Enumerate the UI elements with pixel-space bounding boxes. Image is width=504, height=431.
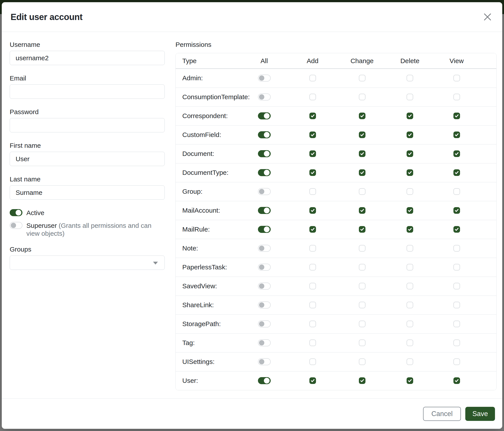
permission-toggle-all[interactable] bbox=[258, 320, 271, 327]
close-button[interactable] bbox=[482, 11, 494, 23]
permission-checkbox-add[interactable] bbox=[309, 75, 316, 81]
permission-toggle-all[interactable] bbox=[258, 112, 271, 119]
permission-checkbox-delete[interactable] bbox=[407, 150, 413, 157]
permission-checkbox-change[interactable] bbox=[359, 113, 365, 119]
permission-checkbox-delete[interactable] bbox=[407, 207, 413, 214]
permission-checkbox-add[interactable] bbox=[309, 226, 316, 233]
active-toggle[interactable] bbox=[10, 209, 22, 216]
permission-checkbox-add[interactable] bbox=[309, 321, 316, 327]
permission-checkbox-add[interactable] bbox=[309, 169, 316, 176]
permission-checkbox-add[interactable] bbox=[309, 245, 316, 251]
permission-checkbox-add[interactable] bbox=[309, 283, 316, 289]
permission-checkbox-add[interactable] bbox=[309, 340, 316, 346]
permission-checkbox-add[interactable] bbox=[309, 207, 316, 214]
permission-checkbox-view[interactable] bbox=[453, 113, 460, 119]
permission-checkbox-view[interactable] bbox=[453, 302, 460, 308]
permission-checkbox-view[interactable] bbox=[453, 169, 460, 176]
password-field-group: Password bbox=[10, 108, 165, 132]
last-name-input[interactable] bbox=[10, 185, 165, 200]
first-name-input[interactable] bbox=[10, 152, 165, 166]
permission-checkbox-view[interactable] bbox=[453, 264, 460, 270]
permission-checkbox-change[interactable] bbox=[359, 245, 365, 251]
permission-checkbox-change[interactable] bbox=[359, 226, 365, 233]
permission-checkbox-view[interactable] bbox=[453, 75, 460, 81]
permission-checkbox-delete[interactable] bbox=[407, 188, 413, 195]
permission-checkbox-change[interactable] bbox=[359, 94, 365, 100]
save-button[interactable]: Save bbox=[465, 407, 495, 421]
permission-toggle-all[interactable] bbox=[258, 264, 271, 271]
email-input[interactable] bbox=[10, 84, 165, 99]
groups-select[interactable] bbox=[10, 256, 165, 270]
permission-checkbox-view[interactable] bbox=[453, 94, 460, 100]
permission-checkbox-delete[interactable] bbox=[407, 283, 413, 289]
permission-toggle-all[interactable] bbox=[258, 283, 271, 290]
permission-checkbox-delete[interactable] bbox=[407, 169, 413, 176]
username-input[interactable] bbox=[10, 51, 165, 65]
permission-checkbox-add[interactable] bbox=[309, 188, 316, 195]
permission-checkbox-delete[interactable] bbox=[407, 113, 413, 119]
permission-checkbox-change[interactable] bbox=[359, 321, 365, 327]
permission-type-label: Tag: bbox=[176, 333, 241, 352]
permission-checkbox-change[interactable] bbox=[359, 283, 365, 289]
permission-checkbox-change[interactable] bbox=[359, 150, 365, 157]
permission-checkbox-add[interactable] bbox=[309, 132, 316, 138]
permission-toggle-all[interactable] bbox=[258, 245, 271, 252]
permission-toggle-all[interactable] bbox=[258, 131, 271, 138]
permission-checkbox-add[interactable] bbox=[309, 359, 316, 365]
permission-checkbox-delete[interactable] bbox=[407, 75, 413, 81]
permission-checkbox-delete[interactable] bbox=[407, 302, 413, 308]
permission-checkbox-change[interactable] bbox=[359, 377, 365, 384]
permission-checkbox-change[interactable] bbox=[359, 359, 365, 365]
permission-checkbox-add[interactable] bbox=[309, 302, 316, 308]
permission-checkbox-view[interactable] bbox=[453, 150, 460, 157]
permission-toggle-all[interactable] bbox=[258, 188, 271, 195]
permission-checkbox-view[interactable] bbox=[453, 377, 460, 384]
permission-checkbox-view[interactable] bbox=[453, 340, 460, 346]
permission-toggle-all[interactable] bbox=[258, 169, 271, 176]
permission-checkbox-change[interactable] bbox=[359, 169, 365, 176]
permission-checkbox-view[interactable] bbox=[453, 226, 460, 233]
permission-toggle-all[interactable] bbox=[258, 339, 271, 346]
permission-checkbox-view[interactable] bbox=[453, 245, 460, 251]
permission-toggle-all[interactable] bbox=[258, 226, 271, 233]
permission-checkbox-delete[interactable] bbox=[407, 245, 413, 251]
permission-checkbox-delete[interactable] bbox=[407, 340, 413, 346]
permission-checkbox-add[interactable] bbox=[309, 94, 316, 100]
permission-checkbox-delete[interactable] bbox=[407, 377, 413, 384]
permission-checkbox-delete[interactable] bbox=[407, 359, 413, 365]
permission-toggle-all[interactable] bbox=[258, 150, 271, 157]
checkmark-icon bbox=[360, 227, 365, 232]
permission-checkbox-add[interactable] bbox=[309, 113, 316, 119]
permission-checkbox-add[interactable] bbox=[309, 150, 316, 157]
permission-checkbox-view[interactable] bbox=[453, 359, 460, 365]
password-input[interactable] bbox=[10, 118, 165, 132]
permission-toggle-all[interactable] bbox=[258, 93, 271, 100]
permission-checkbox-delete[interactable] bbox=[407, 132, 413, 138]
permission-checkbox-change[interactable] bbox=[359, 207, 365, 214]
permission-type-label: UISettings: bbox=[176, 352, 241, 371]
permission-toggle-all[interactable] bbox=[258, 377, 271, 384]
permission-checkbox-view[interactable] bbox=[453, 283, 460, 289]
permission-checkbox-add[interactable] bbox=[309, 377, 316, 384]
permission-checkbox-change[interactable] bbox=[359, 340, 365, 346]
permission-checkbox-change[interactable] bbox=[359, 188, 365, 195]
permission-toggle-all[interactable] bbox=[258, 207, 271, 214]
permission-checkbox-view[interactable] bbox=[453, 207, 460, 214]
permission-toggle-all[interactable] bbox=[258, 74, 271, 81]
permission-toggle-all[interactable] bbox=[258, 358, 271, 365]
permission-checkbox-change[interactable] bbox=[359, 302, 365, 308]
permission-checkbox-view[interactable] bbox=[453, 188, 460, 195]
permission-checkbox-delete[interactable] bbox=[407, 226, 413, 233]
permission-checkbox-change[interactable] bbox=[359, 75, 365, 81]
permission-toggle-all[interactable] bbox=[258, 301, 271, 308]
cancel-button[interactable]: Cancel bbox=[423, 407, 461, 421]
permission-checkbox-view[interactable] bbox=[453, 321, 460, 327]
permission-checkbox-delete[interactable] bbox=[407, 264, 413, 270]
permission-checkbox-change[interactable] bbox=[359, 132, 365, 138]
superuser-toggle[interactable] bbox=[10, 222, 22, 229]
permission-checkbox-change[interactable] bbox=[359, 264, 365, 270]
permission-checkbox-delete[interactable] bbox=[407, 321, 413, 327]
permission-checkbox-delete[interactable] bbox=[407, 94, 413, 100]
permission-checkbox-view[interactable] bbox=[453, 132, 460, 138]
permission-checkbox-add[interactable] bbox=[309, 264, 316, 270]
